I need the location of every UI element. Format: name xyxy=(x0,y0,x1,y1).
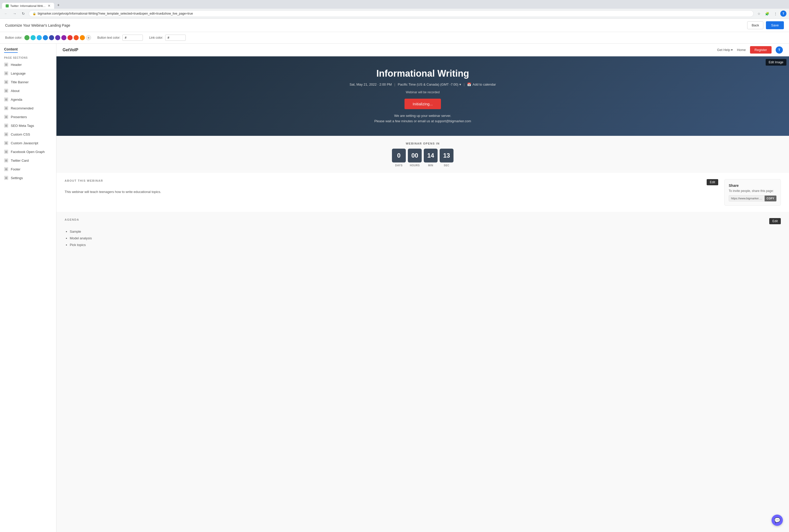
swatch-cyan[interactable] xyxy=(31,35,36,40)
sidebar-item-seo-meta-tags[interactable]: ▤ SEO Meta Tags xyxy=(0,121,56,130)
link-color-input[interactable] xyxy=(165,35,186,41)
days-box: 0 xyxy=(392,149,406,163)
countdown-section: WEBINAR OPENS IN 0 00 14 13 DAYS HOURS M… xyxy=(56,136,789,173)
webinar-title: Informational Writing xyxy=(61,68,784,79)
sidebar-item-custom-css[interactable]: ▤ Custom CSS xyxy=(0,130,56,139)
page-sections-label: PAGE SECTIONS xyxy=(0,54,56,60)
browser-chrome: Twitter: Informational Writing T... ✕ + … xyxy=(0,0,789,19)
sidebar-item-presenters[interactable]: ▤ Presenters xyxy=(0,113,56,121)
sidebar-item-label-language: Language xyxy=(11,72,26,75)
sidebar-item-header[interactable]: ▤ Header xyxy=(0,60,56,69)
more-button[interactable]: ⋮ xyxy=(772,10,779,17)
swatch-light-blue[interactable] xyxy=(37,35,42,40)
countdown-boxes: 0 00 14 13 xyxy=(62,149,783,163)
header-actions: Back Save xyxy=(747,21,784,29)
min-box: 14 xyxy=(424,149,438,163)
address-bar[interactable]: 🔒 bigmarker.com/getvoip/Informational-Wr… xyxy=(29,10,754,17)
sidebar-item-language[interactable]: ▤ Language xyxy=(0,69,56,78)
main-layout: Content PAGE SECTIONS ▤ Header ▤ Languag… xyxy=(0,43,789,532)
sec-box: 13 xyxy=(440,149,454,163)
webinar-meta: Sat, May 21, 2022 · 2:00 PM | Pacific Ti… xyxy=(61,82,784,87)
sidebar-item-label-twitter: Twitter Card xyxy=(11,159,29,163)
meta-separator: | xyxy=(394,82,395,87)
forward-button[interactable]: → xyxy=(11,10,18,17)
browser-tab-active[interactable]: Twitter: Informational Writing T... ✕ xyxy=(2,3,54,9)
hours-box: 00 xyxy=(408,149,422,163)
back-button[interactable]: ← xyxy=(3,10,9,17)
button-color-group: Button color: + xyxy=(5,35,91,40)
css-icon: ▤ xyxy=(4,132,8,136)
agenda-edit-button[interactable]: Edit xyxy=(769,218,781,224)
sidebar-item-label-seo: SEO Meta Tags xyxy=(11,124,34,128)
twitter-icon: ▤ xyxy=(4,158,8,163)
initializing-button[interactable]: Initializing... xyxy=(404,99,441,109)
swatch-red[interactable] xyxy=(68,35,73,40)
extensions-button[interactable]: 🧩 xyxy=(764,10,771,17)
sidebar: Content PAGE SECTIONS ▤ Header ▤ Languag… xyxy=(0,43,56,532)
page-title: Customize Your Webinar's Landing Page xyxy=(5,23,70,27)
swatch-orange[interactable] xyxy=(80,35,85,40)
status-email: support@bigmarker.com xyxy=(435,119,471,123)
register-button[interactable]: Register xyxy=(750,46,772,54)
home-link[interactable]: Home xyxy=(737,48,746,52)
language-icon: ▤ xyxy=(4,71,8,75)
sidebar-item-label-title-banner: Title Banner xyxy=(11,80,29,84)
back-button[interactable]: Back xyxy=(747,21,763,29)
tab-favicon xyxy=(6,4,9,7)
swatch-blue[interactable] xyxy=(43,35,48,40)
new-tab-button[interactable]: + xyxy=(55,2,62,9)
refresh-button[interactable]: ↻ xyxy=(20,10,27,17)
button-color-label: Button color: xyxy=(5,36,22,39)
url-text: bigmarker.com/getvoip/Informational-Writ… xyxy=(38,12,193,15)
countdown-units: DAYS HOURS MIN SEC xyxy=(62,164,783,167)
copy-button[interactable]: COPY xyxy=(765,195,776,202)
tab-title: Twitter: Informational Writing T... xyxy=(10,4,46,7)
link-color-label: Link color: xyxy=(149,36,163,39)
sidebar-item-label-fb: Facebook Open Graph xyxy=(11,150,44,154)
share-url: https://www.bigmarker.com/getv xyxy=(729,195,765,202)
get-help-link[interactable]: Get Help ▾ xyxy=(717,48,733,52)
meta-separator2: | xyxy=(464,82,464,87)
presenters-icon: ▤ xyxy=(4,115,8,119)
sidebar-item-custom-javascript[interactable]: ▤ Custom Javascript xyxy=(0,139,56,147)
hero-content: Informational Writing Sat, May 21, 2022 … xyxy=(56,60,789,132)
sidebar-item-recommended[interactable]: ▤ Recommended xyxy=(0,104,56,113)
min-unit: MIN xyxy=(424,164,438,167)
sidebar-item-label-footer: Footer xyxy=(11,167,20,171)
sidebar-item-about[interactable]: ▤ About xyxy=(0,87,56,95)
sidebar-item-settings[interactable]: ▤ Settings xyxy=(0,173,56,182)
seo-icon: ▤ xyxy=(4,124,8,128)
swatch-indigo[interactable] xyxy=(49,35,54,40)
share-url-row: https://www.bigmarker.com/getv COPY xyxy=(729,195,776,202)
add-color-button[interactable]: + xyxy=(86,35,91,40)
swatch-green[interactable] xyxy=(24,35,30,40)
recommended-icon: ▤ xyxy=(4,106,8,110)
timezone-selector[interactable]: Pacific Time (US & Canada) (GMT -7:00) ▾ xyxy=(398,82,461,87)
settings-icon: ▤ xyxy=(4,176,8,180)
button-text-color-input[interactable] xyxy=(122,35,143,41)
status-message: We are setting up your webinar server. P… xyxy=(61,113,784,124)
edit-image-button[interactable]: Edit Image xyxy=(766,59,786,65)
save-button[interactable]: Save xyxy=(766,21,784,29)
sidebar-item-twitter-card[interactable]: ▤ Twitter Card xyxy=(0,156,56,165)
sidebar-tab-label[interactable]: Content xyxy=(4,47,18,53)
about-text: This webinar will teach teenagers how to… xyxy=(65,189,718,195)
agenda-item-0: Sample xyxy=(70,228,781,235)
profile-avatar[interactable]: T xyxy=(780,11,786,17)
color-toolbar: Button color: + Button text color: Link … xyxy=(0,32,789,43)
sidebar-item-agenda[interactable]: ▤ Agenda xyxy=(0,95,56,104)
sidebar-item-label-recommended: Recommended xyxy=(11,106,33,110)
tab-close-button[interactable]: ✕ xyxy=(48,4,51,7)
swatch-deep-orange[interactable] xyxy=(74,35,79,40)
sidebar-item-title-banner[interactable]: ▤ Title Banner xyxy=(0,78,56,87)
chat-bubble[interactable]: 💬 xyxy=(772,515,783,526)
about-edit-button[interactable]: Edit xyxy=(707,179,718,185)
sidebar-item-facebook-open-graph[interactable]: ▤ Facebook Open Graph xyxy=(0,147,56,156)
bookmark-button[interactable]: ☆ xyxy=(756,10,762,17)
sidebar-item-footer[interactable]: ▤ Footer xyxy=(0,165,56,173)
content-tab: Content xyxy=(0,43,56,54)
swatch-deep-purple[interactable] xyxy=(55,35,60,40)
add-to-calendar-link[interactable]: 📅 Add to calendar xyxy=(467,82,496,87)
header-icon: ▤ xyxy=(4,62,8,66)
swatch-purple[interactable] xyxy=(61,35,67,40)
